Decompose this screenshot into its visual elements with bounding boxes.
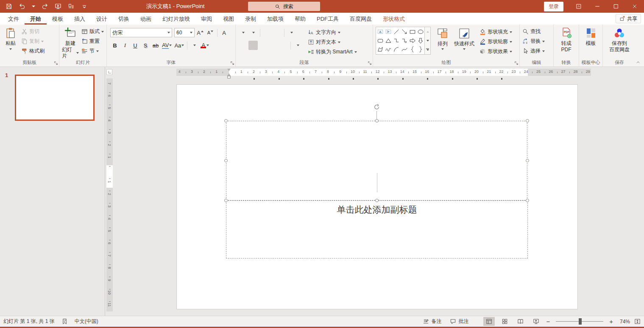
shape-down-arrow-icon[interactable] <box>416 36 424 45</box>
notes-button[interactable]: 备注 <box>421 317 443 326</box>
new-slide-button[interactable]: 新建 幻灯片 <box>61 26 80 58</box>
shape-scribble-icon[interactable] <box>384 45 392 54</box>
tab-文件[interactable]: 文件 <box>3 13 25 25</box>
align-center-button[interactable] <box>248 41 258 50</box>
character-spacing-button[interactable]: AV <box>161 41 173 50</box>
slideshow-view-button[interactable] <box>530 317 542 326</box>
copy-button[interactable]: 复制 <box>20 37 46 46</box>
tab-开始[interactable]: 开始 <box>25 13 47 25</box>
gallery-scroll-down-icon[interactable] <box>425 36 430 45</box>
zoom-out-button[interactable]: − <box>546 318 550 325</box>
comments-button[interactable]: 批注 <box>448 317 471 326</box>
convert-to-pdf-button[interactable]: PDF 转成 PDF <box>559 26 574 58</box>
numbering-button[interactable]: 123 <box>248 28 258 37</box>
align-right-button[interactable] <box>259 41 268 50</box>
grow-font-button[interactable]: A <box>195 28 205 37</box>
shape-oval-icon[interactable] <box>416 27 424 36</box>
paste-button[interactable]: 粘贴 <box>1 26 20 58</box>
strikethrough-button[interactable]: ab <box>151 41 160 50</box>
zoom-slider-thumb[interactable] <box>579 318 582 325</box>
bold-button[interactable]: B <box>110 41 120 50</box>
save-to-baidu-button[interactable]: 保存到 百度网盘 <box>608 26 631 58</box>
shape-elbow-connector-icon[interactable] <box>392 36 400 45</box>
share-button[interactable]: 共享 <box>616 14 641 23</box>
ribbon-display-options-button[interactable] <box>569 0 588 13</box>
reset-button[interactable]: 重置 <box>80 37 105 46</box>
resize-handle-middle-right[interactable] <box>526 159 529 162</box>
fit-slide-to-window-icon[interactable] <box>634 318 641 325</box>
shape-text-box-icon[interactable]: A <box>376 27 384 36</box>
find-button[interactable]: 查找 <box>521 27 546 36</box>
tab-动画[interactable]: 动画 <box>135 13 157 25</box>
first-line-indent-marker[interactable] <box>227 69 231 71</box>
tab-视图[interactable]: 视图 <box>217 13 240 25</box>
resize-handle-top-middle[interactable] <box>375 119 379 122</box>
tab-录制[interactable]: 录制 <box>240 13 262 25</box>
start-slideshow-icon[interactable] <box>55 3 61 10</box>
left-indent-marker[interactable] <box>227 76 231 78</box>
zoom-level[interactable]: 74% <box>617 319 630 325</box>
clear-formatting-button[interactable]: A <box>220 28 229 37</box>
layout-button[interactable]: 版式 <box>80 27 105 36</box>
replace-button[interactable]: bc 替换 <box>521 37 546 46</box>
justify-button[interactable] <box>269 41 278 50</box>
collapse-ribbon-icon[interactable] <box>636 60 641 65</box>
select-button[interactable]: 选择 <box>521 47 546 56</box>
change-case-button[interactable]: Aa <box>173 41 185 50</box>
increase-indent-button[interactable] <box>273 28 282 37</box>
quick-styles-button[interactable]: 快速样式 <box>452 27 477 59</box>
zoom-in-button[interactable]: + <box>609 318 613 325</box>
tab-幻灯片放映[interactable]: 幻灯片放映 <box>157 13 195 25</box>
font-size-combo[interactable]: 60 <box>174 28 195 37</box>
slide-thumbnail[interactable] <box>15 75 95 121</box>
minimize-button[interactable] <box>588 0 607 13</box>
login-button[interactable]: 登录 <box>544 2 563 11</box>
copy-dropdown-icon[interactable] <box>41 41 44 42</box>
tab-帮助[interactable]: 帮助 <box>289 13 311 25</box>
presentation-views-icon[interactable] <box>68 3 75 10</box>
template-button[interactable]: 模板 <box>584 26 598 58</box>
tab-审阅[interactable]: 审阅 <box>195 13 217 25</box>
shape-effects-button[interactable]: 形状效果 <box>478 47 513 56</box>
tab-切换[interactable]: 切换 <box>113 13 135 25</box>
shape-right-brace-icon[interactable] <box>416 45 424 54</box>
line-spacing-button[interactable] <box>287 28 296 37</box>
zoom-slider[interactable] <box>556 321 603 322</box>
resize-handle-bottom-middle[interactable] <box>375 199 379 202</box>
shape-arc-icon[interactable] <box>392 45 400 54</box>
cut-button[interactable]: 剪切 <box>20 27 46 36</box>
redo-icon[interactable] <box>42 3 48 10</box>
text-highlight-button[interactable] <box>190 41 199 50</box>
tab-形状格式[interactable]: 形状格式 <box>377 13 410 25</box>
language-status[interactable]: 中文(中国) <box>75 318 98 325</box>
drawing-dialog-launcher-icon[interactable] <box>514 61 519 65</box>
close-button[interactable] <box>625 0 644 13</box>
format-painter-button[interactable]: 格式刷 <box>20 47 46 56</box>
shape-outline-button[interactable]: 形状轮廓 <box>478 37 513 46</box>
font-family-combo[interactable]: 仿宋 <box>110 28 172 37</box>
shape-vertical-text-box-icon[interactable]: A <box>384 27 392 36</box>
section-button[interactable]: 节 <box>80 47 105 56</box>
align-text-button[interactable]: 对齐文本 <box>307 38 358 47</box>
shape-right-arrow-icon[interactable] <box>408 36 416 45</box>
tab-加载项[interactable]: 加载项 <box>262 13 289 25</box>
undo-icon[interactable] <box>19 3 25 10</box>
paste-dropdown-icon[interactable] <box>9 48 12 50</box>
shape-line-icon[interactable] <box>392 27 400 36</box>
text-direction-button[interactable]: A 文字方向 <box>307 28 358 37</box>
tab-百度网盘[interactable]: 百度网盘 <box>344 13 377 25</box>
save-icon[interactable] <box>6 3 12 10</box>
font-dialog-launcher-icon[interactable] <box>230 61 234 65</box>
resize-handle-bottom-left[interactable] <box>224 199 228 202</box>
shape-triangle-icon[interactable] <box>384 36 392 45</box>
columns-button[interactable] <box>293 41 302 50</box>
shape-curve-icon[interactable] <box>400 45 408 54</box>
underline-button[interactable]: U <box>131 41 140 50</box>
italic-button[interactable]: I <box>120 41 130 50</box>
gallery-more-icon[interactable] <box>425 45 430 54</box>
slide-sorter-view-button[interactable] <box>499 317 510 326</box>
tab-模板[interactable]: 模板 <box>47 13 69 25</box>
shape-freeform-icon[interactable] <box>376 45 384 54</box>
shape-elbow-arrow-connector-icon[interactable] <box>400 36 408 45</box>
decrease-indent-button[interactable] <box>262 28 272 37</box>
